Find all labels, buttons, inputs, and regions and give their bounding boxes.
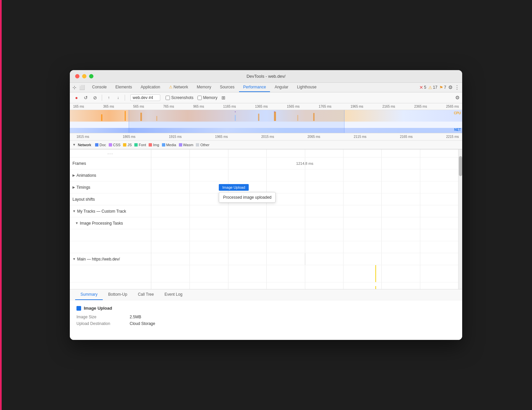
ruler2-tick-0: 1815 ms [76,135,89,139]
track-image-processing[interactable]: ▼ Image Processing Tasks [70,217,151,229]
tab-bottom-up[interactable]: Bottom-Up [103,289,132,300]
warning-icon: ⚠ [169,85,173,89]
summary-title: Image Upload [76,306,456,311]
main-area: ··· Frames ▶ Animations ▶ Timings Layout… [70,150,462,289]
legend-css: CSS [109,143,121,147]
legend-img: Img [149,143,159,147]
legend-dot-other [196,143,199,147]
yellow-marker-1 [375,265,376,282]
tab-lighthouse[interactable]: Lighthouse [293,83,321,92]
legend-dot-wasm [179,143,182,147]
timings-timeline-row: Image Upload Processed image uploaded [151,181,458,193]
settings-icon[interactable]: ⚙ [448,84,453,90]
frames-timeline-row: 1214.8 ms [151,157,458,169]
ruler2-tick-1: 1865 ms [123,135,135,139]
track-empty-1 [70,229,151,241]
session-dropdown[interactable]: web.dev #4 [130,94,160,101]
empty-timeline-row-2 [151,241,458,253]
screenshots-checkbox-label[interactable]: Screenshots [166,95,194,100]
screenshots-checkbox[interactable] [166,96,170,100]
ruler2-tick-4: 2015 ms [261,135,274,139]
my-tracks-timeline-row [151,205,458,217]
legend-doc: Doc [95,143,106,147]
warning-triangle-icon: ⚠ [428,85,432,90]
tab-memory[interactable]: Memory [193,83,215,92]
ruler-tick-4: 965 ms [193,105,204,108]
legend-dot-js [123,143,126,147]
memory-settings-icon[interactable]: ⊞ [221,95,225,100]
legend-dot-media [162,143,165,147]
toolbar-settings-icon[interactable]: ⚙ [455,95,460,101]
maximize-button[interactable] [89,74,93,78]
my-tracks-toggle[interactable]: ▼ [72,209,76,213]
track-main-thread[interactable]: ▼ Main — https://web.dev/ [70,253,151,265]
vertical-scrollbar[interactable] [458,150,462,289]
timeline-panel: 1214.8 ms Image Upload Processed image u… [151,150,458,289]
tab-performance[interactable]: Performance [239,83,270,92]
ruler-tick-9: 1965 ms [350,105,363,108]
legend-dot-font [134,143,138,147]
performance-toolbar: ● ↺ ⊘ ↑ ↓ web.dev #4 Screenshots Memory … [70,92,462,103]
ruler2-tick-3: 1965 ms [215,135,228,139]
memory-checkbox[interactable] [198,96,202,100]
legend-dot-css [109,143,112,147]
memory-checkbox-label[interactable]: Memory [198,95,217,100]
timings-toggle[interactable]: ▶ [72,185,75,189]
legend-dot-doc [95,143,98,147]
image-upload-tooltip: Processed image uploaded [219,192,276,203]
devtools-tab-bar: ⊹ ⬜ Console Elements Application ⚠ Netwo… [70,83,462,92]
track-animations[interactable]: ▶ Animations [70,169,151,181]
track-my-tracks[interactable]: ▼ My Tracks — Custom Track [70,205,151,217]
network-collapse-icon[interactable]: ▼ [72,143,76,147]
traffic-lights [75,74,93,78]
ruler2-tick-7: 2165 ms [400,135,413,139]
tab-angular[interactable]: Angular [271,83,292,92]
track-empty-2 [70,241,151,253]
track-frames: Frames [70,157,151,169]
ruler-tick-3: 765 ms [163,105,174,108]
net-label: NET [454,128,461,132]
animations-toggle[interactable]: ▶ [72,173,75,177]
tab-summary[interactable]: Summary [75,289,103,300]
tab-application[interactable]: Application [137,83,164,92]
image-upload-box[interactable]: Image Upload [219,184,249,191]
tab-network[interactable]: ⚠ Network [165,83,192,92]
ruler-tick-2: 565 ms [133,105,144,108]
animations-timeline-row [151,169,458,181]
ruler2-tick-6: 2115 ms [354,135,366,139]
track-main-2 [70,282,151,289]
image-processing-toggle[interactable]: ▼ [75,221,78,225]
divider-2 [125,95,125,101]
ruler-tick-7: 1565 ms [287,105,300,108]
tab-console[interactable]: Console [88,83,111,92]
reload-record-button[interactable]: ↺ [82,94,90,102]
main-thread-toggle[interactable]: ▼ [72,257,76,261]
toolbar-right: ⚙ [455,95,460,101]
record-button[interactable]: ● [72,94,80,102]
close-button[interactable] [75,74,79,78]
tab-event-log[interactable]: Event Log [159,289,188,300]
cursor-icon: ⊹ [72,85,76,90]
tab-call-tree[interactable]: Call Tree [133,289,159,300]
legend-dot-img [149,143,152,147]
screen-cast-icon: ⬜ [79,85,85,90]
main-tall-row-1 [151,265,458,282]
scrollbar-thumb[interactable] [459,156,462,176]
timeline-selection[interactable] [129,110,344,133]
summary-row-1: Upload Destination Cloud Storage [76,321,456,326]
tab-sources[interactable]: Sources [216,83,238,92]
ruler-tick-1: 365 ms [103,105,114,108]
minimize-button[interactable] [82,74,86,78]
more-tracks-icon: ··· [107,151,113,156]
clear-button[interactable]: ⊘ [91,94,99,102]
window-title: DevTools - web.dev/ [246,74,285,79]
tab-elements[interactable]: Elements [111,83,136,92]
ruler-tick-10: 2165 ms [382,105,395,108]
timeline-overview[interactable]: CPU NET [70,110,462,133]
load-profile-button[interactable]: ↑ [105,94,113,102]
more-icon[interactable]: ⋮ [455,84,460,90]
legend-wasm: Wasm [179,143,194,147]
session-selector[interactable]: web.dev #4 [130,94,160,101]
save-profile-button[interactable]: ↓ [114,94,122,102]
track-timings[interactable]: ▶ Timings [70,181,151,193]
